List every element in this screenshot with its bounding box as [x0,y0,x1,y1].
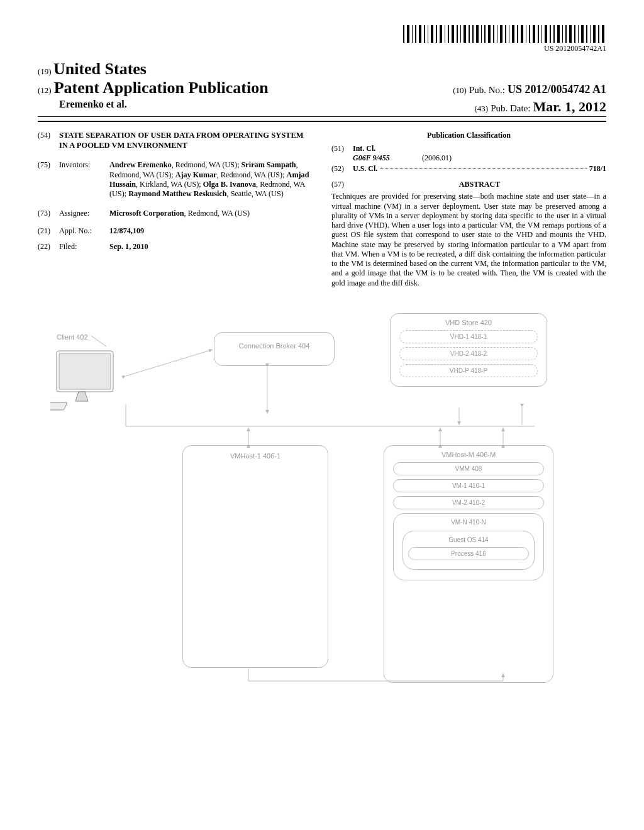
code-73: (73) [38,209,59,218]
vmhost-m-box: VMHost-M 406-M VMM 408 VM-1 410-1 VM-2 4… [384,445,553,683]
vmhost-1-box: VMHost-1 406-1 [182,445,328,668]
connection-broker-label: Connection Broker 404 [239,342,310,350]
code-57: (57) [331,180,353,189]
author-etal: Eremenko et al. [59,99,127,115]
code-12: (12) [38,86,52,95]
vhd-2-box: VHD-2 418-2 [399,347,538,360]
code-52: (52) [331,164,353,174]
header-barcode-area: US 20120054742A1 [38,25,606,53]
assignee-value: Microsoft Corporation, Redmond, WA (US) [109,209,313,218]
client-monitor-icon [50,345,126,414]
code-21: (21) [38,226,59,236]
guest-os-box: Guest OS 414 Process 416 [402,531,535,570]
document-number: US 20120054742A1 [403,44,606,53]
process-box: Process 416 [408,547,529,560]
uscl-label: U.S. Cl. [353,164,377,173]
vmhost-1-label: VMHost-1 406-1 [189,452,321,460]
vmhost-m-label: VMHost-M 406-M [393,451,544,458]
filed-label: Filed: [59,242,109,252]
publication-number: US 2012/0054742 A1 [508,83,606,96]
intcl-label: Int. Cl. [353,144,375,153]
abstract-text: Techniques are provided for preserving s… [331,192,606,288]
vhd-store-box: VHD Store 420 VHD-1 418-1 VHD-2 418-2 VH… [390,313,547,387]
appl-no-label: Appl. No.: [59,226,109,236]
filed-value: Sep. 1, 2010 [109,242,148,251]
svg-rect-2 [50,402,67,410]
publication-date: Mar. 1, 2012 [533,99,606,114]
pub-class-header: Publication Classification [331,131,606,140]
guest-os-label: Guest OS 414 [408,536,529,543]
client-label: Client 402 [57,333,88,341]
svg-rect-1 [59,353,111,389]
code-51: (51) [331,144,353,153]
code-22: (22) [38,242,59,252]
uscl-value: 718/1 [589,164,606,173]
vm-2-box: VM-2 410-2 [393,496,544,509]
code-19: (19) [38,67,52,76]
assignee-label: Assignee: [59,209,109,218]
vm-1-box: VM-1 410-1 [393,479,544,492]
vhd-1-box: VHD-1 418-1 [399,330,538,343]
vm-n-box: VM-N 410-N Guest OS 414 Process 416 [393,513,544,580]
pub-date-label: Pub. Date: [491,103,530,113]
code-75: (75) [38,160,59,170]
appl-no-value: 12/874,109 [109,226,144,235]
vhd-store-label: VHD Store 420 [399,319,538,326]
connection-broker-box: Connection Broker 404 [214,332,335,366]
intcl-code: G06F 9/455 [353,153,390,162]
svg-line-3 [126,350,213,376]
inventors-label: Inventors: [59,160,109,170]
code-10: (10) [453,86,467,95]
code-43: (43) [474,104,488,113]
invention-title: STATE SEPARATION OF USER DATA FROM OPERA… [59,131,313,150]
vm-n-label: VM-N 410-N [399,519,538,526]
publication-type: Patent Application Publication [54,79,269,97]
vhd-p-box: VHD-P 418-P [399,364,538,377]
country-name: United States [53,60,147,78]
intcl-year: (2006.01) [422,153,452,163]
code-54: (54) [38,131,59,140]
barcode [403,25,606,43]
vmm-box: VMM 408 [393,462,544,475]
abstract-header: ABSTRACT [353,180,606,189]
figure-diagram: Client 402 Connection Broker 404 VHD Sto… [38,307,606,709]
pub-no-label: Pub. No.: [469,85,505,95]
inventors-value: Andrew Eremenko, Redmond, WA (US); Srira… [109,160,313,199]
